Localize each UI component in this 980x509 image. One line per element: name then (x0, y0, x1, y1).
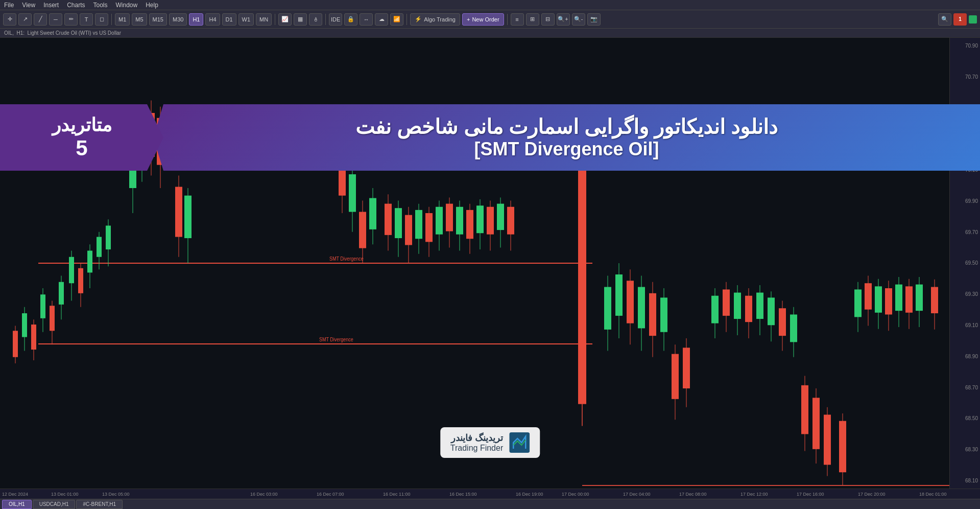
tab-oil-h1[interactable]: OIL,H1 (2, 500, 32, 509)
time-axis: 12 Dec 2024 13 Dec 01:00 13 Dec 05:00 16… (0, 489, 980, 499)
svg-text:SMT Divergence: SMT Divergence (319, 336, 353, 342)
right-banner: دانلود اندیکاتور واگرایی اسمارت مانی شاخ… (153, 104, 980, 171)
tf-mn[interactable]: MN (256, 13, 272, 26)
tf-m30[interactable]: M30 (169, 13, 187, 26)
tool-pencil[interactable]: ✏ (64, 13, 78, 26)
banner-title-persian: دانلود اندیکاتور واگرایی اسمارت مانی شاخ… (355, 115, 778, 138)
svg-rect-68 (466, 210, 473, 239)
screenshot[interactable]: 📷 (587, 13, 601, 26)
time-17dec-00: 17 Dec 00:00 (562, 492, 589, 497)
chart-type-line[interactable]: 📈 (278, 13, 292, 26)
time-13dec-05: 13 Dec 05:00 (102, 492, 130, 497)
price-69.90: 69.90 (952, 198, 978, 204)
chart-type-bar[interactable]: ▦ (294, 13, 307, 26)
algo-trading-btn[interactable]: ⚡ Algo Trading (410, 13, 460, 26)
svg-rect-48 (359, 212, 366, 248)
sep5 (507, 14, 508, 25)
time-17dec-04: 17 Dec 04:00 (623, 492, 651, 497)
zoom-in[interactable]: 🔍+ (557, 13, 570, 26)
svg-rect-98 (723, 289, 730, 315)
svg-rect-66 (456, 207, 463, 235)
svg-rect-28 (97, 237, 102, 257)
svg-text:SMT Divergence: SMT Divergence (329, 256, 364, 262)
chart-symbol-label: OIL, H1: Light Sweet Crude Oil (WTI) vs … (4, 30, 121, 36)
svg-rect-78 (578, 154, 586, 404)
tool-shapes[interactable]: ◻ (95, 13, 108, 26)
indicators-btn[interactable]: IDE (329, 13, 342, 26)
svg-rect-104 (756, 293, 763, 319)
svg-rect-74 (497, 204, 504, 230)
time-17dec-08: 17 Dec 08:00 (679, 492, 707, 497)
watermark-logo: تریدینگ فایندر Trading Finder (440, 427, 540, 458)
logo-persian: تریدینگ فایندر (450, 432, 503, 444)
chart-area[interactable]: SMT Divergence SMT Divergence SMT Diverg… (0, 38, 980, 489)
sync-btn[interactable]: ↔ (360, 13, 373, 26)
notification-badge[interactable]: 1 (953, 13, 967, 26)
chart-label-bar: OIL, H1: Light Sweet Crude Oil (WTI) vs … (0, 29, 980, 38)
price-70.90: 70.90 (952, 43, 978, 49)
tf-h4[interactable]: H4 (205, 13, 220, 26)
price-68.50: 68.50 (952, 415, 978, 421)
depth-btn[interactable]: ≡ (511, 13, 524, 26)
sep3 (325, 14, 326, 25)
tf-m1[interactable]: M1 (115, 13, 130, 26)
svg-rect-96 (711, 296, 719, 323)
chart-type-candle[interactable]: 🕯 (309, 13, 322, 26)
price-69.50: 69.50 (952, 260, 978, 266)
tf-m5[interactable]: M5 (132, 13, 147, 26)
svg-rect-52 (385, 204, 392, 235)
svg-rect-116 (824, 414, 831, 465)
price-70.70: 70.70 (952, 74, 978, 80)
svg-rect-26 (87, 251, 92, 273)
signal-btn[interactable]: 📶 (390, 13, 403, 26)
tool-hline[interactable]: ─ (49, 13, 62, 26)
time-17dec-16: 17 Dec 16:00 (797, 492, 824, 497)
svg-rect-135 (931, 287, 938, 313)
tf-h1[interactable]: H1 (189, 13, 203, 26)
tool-arrow[interactable]: ↗ (18, 13, 32, 26)
menu-help[interactable]: Help (146, 2, 158, 9)
tab-usdcad-h1[interactable]: USDCAD,H1 (33, 500, 76, 509)
menu-charts[interactable]: Charts (67, 2, 85, 9)
price-68.70: 68.70 (952, 385, 978, 390)
left-badge: متاتریدر 5 (0, 104, 163, 171)
time-13dec-01: 13 Dec 01:00 (51, 492, 79, 497)
menu-window[interactable]: Window (116, 2, 138, 9)
left-badge-number: 5 (76, 136, 87, 160)
time-17dec-12: 17 Dec 12:00 (740, 492, 768, 497)
tf-w1[interactable]: W1 (238, 13, 254, 26)
svg-rect-72 (487, 207, 494, 235)
svg-rect-123 (865, 283, 872, 309)
chart-view1[interactable]: ⊞ (526, 13, 539, 26)
svg-rect-22 (69, 257, 74, 283)
time-16dec-07: 16 Dec 07:00 (317, 492, 344, 497)
tab-brent-h1[interactable]: #C-BRENT,H1 (76, 500, 122, 509)
zoom-out[interactable]: 🔍- (572, 13, 585, 26)
search-btn[interactable]: 🔍 (938, 13, 951, 26)
svg-rect-133 (916, 285, 923, 311)
chart-view2[interactable]: ⊟ (541, 13, 555, 26)
lock-btn[interactable]: 🔒 (344, 13, 357, 26)
tool-line[interactable]: ╱ (34, 13, 47, 26)
time-16dec-11: 16 Dec 11:00 (383, 492, 411, 497)
menu-tools[interactable]: Tools (93, 2, 108, 9)
menu-view[interactable]: View (22, 2, 35, 9)
tool-crosshair[interactable]: ✛ (3, 13, 16, 26)
svg-rect-56 (405, 215, 412, 245)
svg-rect-125 (875, 286, 882, 312)
left-badge-persian: متاتریدر (52, 114, 112, 136)
sep2 (275, 14, 275, 25)
tf-d1[interactable]: D1 (222, 13, 236, 26)
banner-title-english: [SMT Divergence Oil] (474, 138, 659, 160)
tf-m15[interactable]: M15 (149, 13, 167, 26)
new-order-btn[interactable]: + New Order (462, 13, 504, 26)
tool-text[interactable]: T (80, 13, 93, 26)
svg-rect-16 (40, 294, 45, 318)
price-69.70: 69.70 (952, 229, 978, 235)
svg-rect-84 (627, 281, 634, 323)
svg-rect-102 (745, 296, 752, 322)
menu-insert[interactable]: Insert (43, 2, 59, 9)
menu-file[interactable]: File (4, 2, 14, 9)
cloud-btn[interactable]: ☁ (375, 13, 388, 26)
svg-rect-70 (476, 205, 484, 233)
